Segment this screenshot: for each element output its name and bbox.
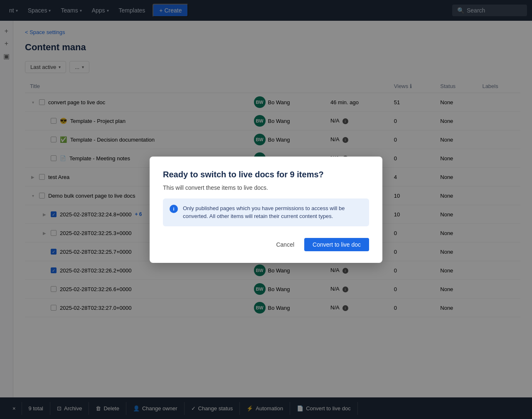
info-box-text: Only published pages which you have perm… bbox=[183, 204, 362, 221]
cancel-button[interactable]: Cancel bbox=[271, 238, 299, 251]
modal-title: Ready to switch to live docs for 9 items… bbox=[163, 170, 369, 179]
convert-button[interactable]: Convert to live doc bbox=[304, 238, 369, 251]
info-box: i Only published pages which you have pe… bbox=[163, 198, 369, 226]
modal-overlay: Ready to switch to live docs for 9 items… bbox=[0, 0, 532, 419]
modal-dialog: Ready to switch to live docs for 9 items… bbox=[150, 157, 382, 263]
info-box-icon: i bbox=[170, 205, 178, 213]
modal-subtitle: This will convert these items to live do… bbox=[163, 184, 369, 191]
modal-actions: Cancel Convert to live doc bbox=[163, 238, 369, 251]
